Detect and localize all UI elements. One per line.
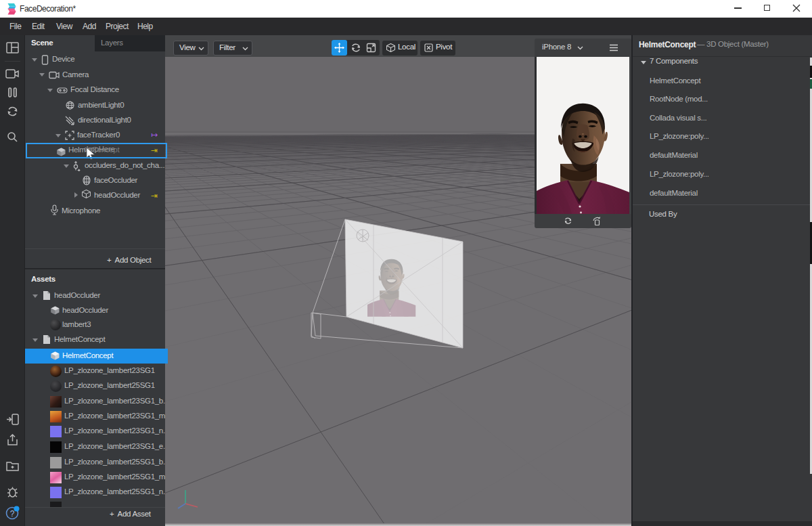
svg-text:?: ? <box>10 509 15 519</box>
